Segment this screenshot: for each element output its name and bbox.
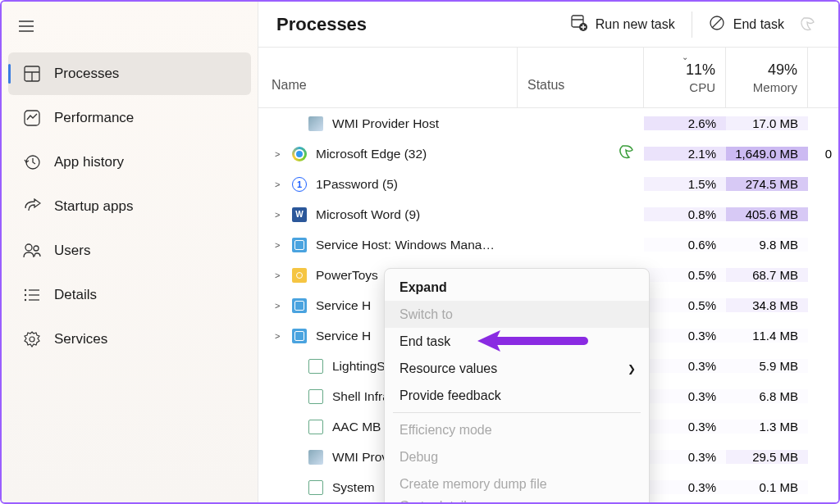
cell-memory: 6.8 MB: [726, 389, 808, 403]
cell-cpu: 0.3%: [644, 389, 726, 403]
expand-arrow-icon[interactable]: >: [275, 240, 286, 250]
process-icon: W: [291, 207, 308, 223]
table-row[interactable]: >11Password (5)1.5%274.5 MB: [258, 169, 838, 199]
ctx-debug: Debug: [385, 443, 649, 470]
end-task-button[interactable]: End task: [697, 8, 796, 41]
cell-cpu: 0.3%: [644, 329, 726, 343]
cell-cpu: 0.3%: [644, 420, 726, 434]
table-row[interactable]: >WMicrosoft Word (9)0.8%405.6 MB: [258, 199, 838, 229]
svg-point-10: [25, 289, 26, 291]
cell-memory: 9.8 MB: [726, 238, 808, 252]
end-task-label: End task: [733, 17, 784, 32]
column-header-name[interactable]: Name: [258, 48, 518, 107]
process-icon: 1: [291, 176, 308, 193]
sidebar-item-users[interactable]: Users: [8, 229, 251, 272]
header-divider: [692, 11, 692, 38]
cell-memory: 68.7 MB: [726, 268, 808, 282]
ctx-provide-feedback[interactable]: Provide feedback: [385, 382, 649, 409]
column-header-cpu[interactable]: ⌄ 11% CPU: [644, 48, 726, 107]
cell-cpu: 1.5%: [644, 177, 726, 191]
cell-memory: 0.1 MB: [726, 480, 808, 494]
ctx-switch-to: Switch to: [385, 301, 649, 328]
svg-line-23: [712, 18, 722, 28]
table-row[interactable]: >Service Host: Windows Mana…0.6%9.8 MB: [258, 229, 838, 260]
cell-memory: 5.9 MB: [726, 359, 808, 373]
cell-memory: 29.5 MB: [726, 450, 808, 464]
ctx-efficiency-mode: Efficiency mode: [385, 416, 649, 443]
process-icon: [308, 419, 324, 435]
cell-memory: 11.4 MB: [726, 329, 808, 343]
process-icon: [308, 116, 324, 132]
process-name: WMI Provider Host: [332, 116, 439, 131]
expand-arrow-icon[interactable]: >: [275, 270, 286, 280]
page-title: Processes: [276, 14, 559, 35]
ctx-go-to-details: Go to details: [385, 497, 649, 504]
process-name: WMI Prov: [332, 450, 388, 465]
sidebar-item-processes[interactable]: Processes: [8, 52, 251, 95]
run-new-task-button[interactable]: Run new task: [559, 8, 687, 41]
process-name: LightingS: [332, 359, 386, 374]
process-name: Service H: [316, 298, 371, 313]
sidebar-item-label: Services: [54, 331, 107, 347]
ctx-resource-values-label: Resource values: [399, 361, 497, 376]
table-row[interactable]: >Microsoft Edge (32)2.1%1,649.0 MB0: [258, 138, 838, 169]
process-name: Shell Infra: [332, 389, 390, 404]
cell-cpu: 2.1%: [644, 147, 726, 161]
svg-point-8: [25, 244, 32, 251]
cell-status: [518, 144, 644, 164]
cell-memory: 17.0 MB: [726, 116, 808, 130]
header: Processes Run new task End task: [258, 2, 838, 48]
sidebar-item-app-history[interactable]: App history: [8, 141, 251, 184]
expand-arrow-icon[interactable]: >: [275, 179, 286, 189]
ctx-expand[interactable]: Expand: [385, 274, 649, 301]
process-name: 1Password (5): [316, 177, 398, 192]
cell-memory: 1,649.0 MB: [726, 147, 808, 161]
cell-cpu: 0.3%: [644, 450, 726, 464]
sidebar: Processes Performance App history Startu…: [2, 2, 258, 502]
process-name: Microsoft Word (9): [316, 207, 420, 222]
sidebar-item-services[interactable]: Services: [8, 318, 251, 361]
expand-arrow-icon[interactable]: >: [275, 331, 286, 341]
efficiency-mode-icon[interactable]: [796, 16, 820, 33]
submenu-arrow-icon: ❯: [628, 363, 636, 375]
run-task-icon: [571, 15, 587, 34]
table-row[interactable]: WMI Provider Host2.6%17.0 MB: [258, 108, 838, 138]
sidebar-item-details[interactable]: Details: [8, 274, 251, 316]
column-header-status[interactable]: Status: [518, 48, 644, 107]
memory-total-pct: 49%: [768, 61, 797, 79]
sidebar-item-startup-apps[interactable]: Startup apps: [8, 185, 251, 228]
process-icon: [291, 297, 308, 314]
sidebar-item-performance[interactable]: Performance: [8, 97, 251, 139]
history-icon: [23, 153, 41, 171]
performance-icon: [23, 109, 41, 127]
ctx-end-task[interactable]: End task: [385, 328, 649, 355]
context-menu: Expand Switch to End task Resource value…: [384, 268, 650, 504]
ctx-separator: [393, 412, 641, 413]
process-icon: [308, 388, 324, 405]
leaf-icon: [618, 144, 634, 164]
end-task-icon: [709, 15, 725, 34]
svg-point-12: [25, 294, 26, 296]
sort-indicator-icon: ⌄: [682, 52, 688, 61]
ctx-resource-values[interactable]: Resource values ❯: [385, 355, 649, 382]
cell-cpu: 0.5%: [644, 298, 726, 312]
expand-arrow-icon[interactable]: >: [275, 301, 286, 311]
svg-point-9: [34, 246, 39, 251]
column-header-memory[interactable]: 49% Memory: [726, 48, 808, 107]
ctx-create-dump: Create memory dump file: [385, 470, 649, 497]
memory-label: Memory: [753, 80, 797, 94]
cell-cpu: 0.8%: [644, 207, 726, 221]
cell-cpu: 0.5%: [644, 268, 726, 282]
run-new-task-label: Run new task: [596, 17, 675, 32]
cell-cpu: 0.3%: [644, 480, 726, 494]
process-icon: [308, 449, 324, 465]
startup-icon: [23, 198, 41, 216]
sidebar-item-label: App history: [54, 154, 124, 170]
cpu-total-pct: 11%: [686, 61, 715, 79]
expand-arrow-icon[interactable]: >: [275, 210, 286, 220]
expand-arrow-icon[interactable]: >: [275, 149, 286, 159]
process-icon: [291, 328, 308, 344]
sidebar-item-label: Startup apps: [54, 198, 133, 215]
svg-rect-6: [25, 111, 39, 125]
hamburger-menu-button[interactable]: [7, 10, 46, 43]
